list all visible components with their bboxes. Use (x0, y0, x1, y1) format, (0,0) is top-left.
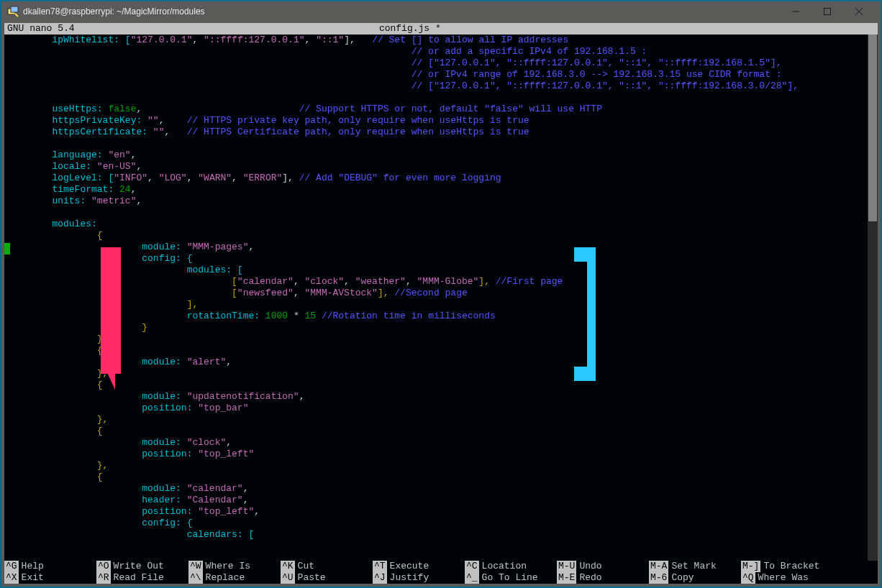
scrollbar-thumb[interactable] (868, 35, 877, 221)
nano-shortcut: ^GHelp (4, 561, 96, 572)
nano-version: GNU nano 5.4 (7, 23, 75, 35)
nano-shortcut: ^UPaste (281, 572, 373, 584)
window-title: dkallen78@raspberrypi: ~/MagicMirror/mod… (23, 6, 205, 17)
nano-footer: ^GHelp^OWrite Out^WWhere Is^KCut^TExecut… (4, 561, 868, 584)
nano-shortcut: ^OWrite Out (96, 561, 188, 572)
cursor-indicator (4, 243, 10, 254)
nano-shortcut: ^_Go To Line (465, 572, 557, 584)
nano-shortcut: ^WWhere Is (188, 561, 281, 572)
nano-shortcut: ^\Replace (188, 572, 281, 584)
nano-shortcut: M-ERedo (557, 572, 649, 584)
nano-shortcut: ^JJustify (373, 572, 465, 584)
putty-icon (7, 6, 19, 17)
nano-filename: config.js * (75, 23, 745, 35)
svg-rect-4 (824, 9, 831, 15)
nano-shortcut: ^RRead File (96, 572, 188, 584)
nano-shortcut: M-]To Bracket (741, 561, 833, 572)
maximize-button[interactable] (811, 1, 843, 22)
close-button[interactable] (843, 1, 875, 22)
nano-shortcut: ^KCut (281, 561, 373, 572)
nano-header: GNU nano 5.4 config.js * (4, 23, 878, 35)
nano-shortcut: ^CLocation (465, 561, 557, 572)
nano-shortcut: ^QWhere Was (741, 572, 833, 584)
svg-line-2 (15, 14, 18, 17)
nano-shortcut: M-UUndo (557, 561, 649, 572)
terminal[interactable]: GNU nano 5.4 config.js * ipWhitelist: ["… (4, 23, 878, 584)
editor-content[interactable]: ipWhitelist: ["127.0.0.1", "::ffff:127.0… (4, 35, 868, 561)
svg-rect-1 (11, 6, 18, 12)
scrollbar[interactable] (868, 35, 878, 561)
window-title-bar[interactable]: dkallen78@raspberrypi: ~/MagicMirror/mod… (1, 1, 881, 22)
nano-shortcut: ^TExecute (373, 561, 465, 572)
nano-shortcut: ^XExit (4, 572, 96, 584)
nano-shortcut: M-ASet Mark (649, 561, 741, 572)
minimize-button[interactable] (780, 1, 811, 22)
nano-shortcut: M-6Copy (649, 572, 741, 584)
